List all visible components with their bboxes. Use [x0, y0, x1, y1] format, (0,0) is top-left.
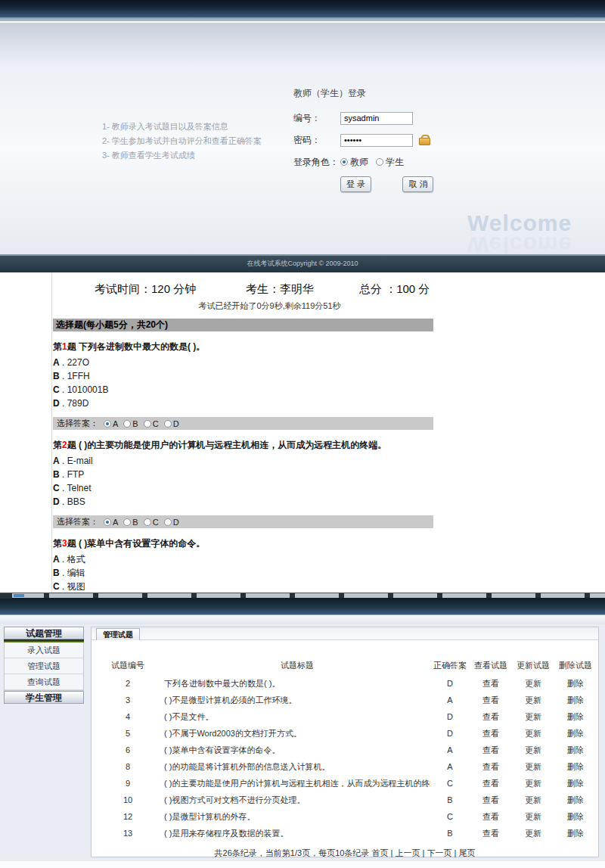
delete-link[interactable]: 删除 [554, 778, 597, 789]
exam-header: 考试时间：120 分钟 考生：李明华 总分 ：100 分 [53, 282, 433, 300]
cell-question-title: 下列各进制数中最大的数是( )。 [164, 678, 430, 689]
update-link[interactable]: 更新 [512, 778, 554, 789]
update-link[interactable]: 更新 [512, 728, 554, 739]
sidebar-item[interactable]: 录入试题 [5, 642, 83, 658]
update-link[interactable]: 更新 [512, 761, 554, 773]
cell-correct-answer: B [430, 795, 470, 804]
instruction-step: 1- 教师录入考试题目以及答案信息 [102, 120, 262, 134]
delete-link[interactable]: 删除 [554, 745, 597, 756]
delete-link[interactable]: 删除 [554, 828, 597, 839]
answer-radio-d[interactable] [164, 420, 172, 428]
question-number: 1 [62, 341, 67, 352]
update-link[interactable]: 更新 [512, 695, 554, 706]
view-link[interactable]: 查看 [470, 728, 512, 739]
answer-radio-a[interactable] [104, 518, 111, 526]
table-row: 5 ( )不属于Word2003的文档打开方式。 D 查看 更新 删除 [92, 725, 598, 742]
delete-link[interactable]: 删除 [554, 761, 597, 773]
cell-question-id: 8 [92, 762, 164, 771]
cancel-button[interactable]: 取 消 [402, 176, 433, 192]
cell-question-title: ( )视图方式可对文档不进行分页处理。 [164, 795, 430, 806]
tab-manage-questions[interactable]: 管理试题 [96, 628, 140, 640]
password-input[interactable] [340, 134, 413, 147]
cell-question-id: 5 [92, 729, 164, 738]
cell-question-id: 6 [92, 745, 164, 754]
question-text: ( )菜单中含有设置字体的命令。 [79, 538, 205, 549]
answer-radio-b[interactable] [123, 518, 131, 526]
pagination-link[interactable]: 尾页 [451, 848, 475, 857]
lock-icon [419, 135, 429, 145]
cell-question-id: 9 [92, 779, 164, 788]
delete-link[interactable]: 删除 [554, 695, 597, 706]
cell-question-title: ( )是微型计算机的外存。 [164, 811, 430, 823]
login-form: 教师（学生）登录 编号： 密码： 登录角色： 教师 学生 [293, 87, 467, 192]
answer-radio-c[interactable] [144, 518, 151, 526]
update-link[interactable]: 更新 [512, 745, 554, 756]
update-link[interactable]: 更新 [512, 828, 554, 839]
login-button[interactable]: 登 录 [340, 176, 371, 192]
answer-radio-d[interactable] [164, 518, 172, 526]
question-title: 第2题 ( )的主要功能是使用户的计算机与远程主机相连，从而成为远程主机的终端。 [53, 439, 433, 452]
option-c: C . 1010001B [53, 385, 433, 394]
role-teacher-option[interactable]: 教师 [340, 156, 368, 169]
cell-question-title: ( )菜单中含有设置字体的命令。 [164, 745, 430, 756]
table-row: 6 ( )菜单中含有设置字体的命令。 A 查看 更新 删除 [92, 742, 598, 758]
pagination-link[interactable]: 上一页 [388, 848, 420, 857]
update-link[interactable]: 更新 [512, 678, 554, 689]
cell-question-title: ( )的主要功能是使用户的计算机与远程主机相连，从而成为远程主机的终端。 [164, 778, 430, 789]
login-form-title: 教师（学生）登录 [293, 87, 467, 100]
update-link[interactable]: 更新 [512, 795, 554, 806]
radio-teacher[interactable] [340, 158, 348, 166]
pagination-link[interactable]: 首页 [371, 848, 388, 857]
answer-radio-b[interactable] [123, 420, 131, 428]
cell-question-id: 12 [92, 812, 164, 821]
instruction-step: 2- 学生参加考试并自动评分和查看正确答案 [102, 134, 262, 148]
delete-link[interactable]: 删除 [554, 678, 597, 689]
update-link[interactable]: 更新 [512, 711, 554, 723]
pagination-link[interactable]: 下一页 [420, 848, 451, 857]
view-link[interactable]: 查看 [470, 695, 512, 706]
col-header-title: 试题标题 [164, 660, 430, 671]
table-row: 12 ( )是微型计算机的外存。 C 查看 更新 删除 [92, 808, 598, 825]
sidebar-section-student-mgmt[interactable]: 学生管理 [4, 691, 84, 704]
cell-question-id: 13 [92, 829, 164, 838]
view-link[interactable]: 查看 [470, 761, 512, 773]
option-a: A . E-mail [53, 456, 433, 465]
option-b: B . 1FFH [53, 372, 433, 381]
delete-link[interactable]: 删除 [554, 795, 597, 806]
option-c: C . Telnet [53, 484, 433, 493]
col-header-id: 试题编号 [92, 660, 164, 671]
sidebar-section-question-mgmt[interactable]: 试题管理 [4, 627, 84, 639]
view-link[interactable]: 查看 [470, 778, 512, 789]
cell-correct-answer: D [430, 712, 470, 721]
view-link[interactable]: 查看 [470, 711, 512, 723]
view-link[interactable]: 查看 [470, 828, 512, 839]
col-header-delete: 删除试题 [554, 660, 597, 671]
login-page: 1- 教师录入考试题目以及答案信息 2- 学生参加考试并自动评分和查看正确答案 … [0, 0, 605, 272]
welcome-text-reflection: Welcome [467, 232, 572, 257]
view-link[interactable]: 查看 [470, 745, 512, 756]
answer-radio-c[interactable] [144, 420, 151, 428]
question-block: 第1题 下列各进制数中最大的数是( )。 A . 227O B . 1FFH C… [53, 341, 433, 430]
question-number: 3 [62, 538, 67, 549]
radio-student[interactable] [376, 158, 383, 166]
table-row: 3 ( )不是微型计算机必须的工作环境。 A 查看 更新 删除 [92, 692, 598, 708]
option-b: B . 编辑 [53, 568, 433, 577]
sidebar-item[interactable]: 查询试题 [5, 674, 83, 690]
delete-link[interactable]: 删除 [554, 728, 597, 739]
view-link[interactable]: 查看 [470, 811, 512, 823]
login-top-banner-edge [0, 19, 605, 21]
table-row: 10 ( )视图方式可对文档不进行分页处理。 B 查看 更新 删除 [92, 792, 598, 808]
cell-correct-answer: C [430, 812, 470, 821]
answer-radio-a[interactable] [104, 420, 111, 428]
sidebar-item[interactable]: 管理试题 [5, 658, 83, 674]
delete-link[interactable]: 删除 [554, 711, 597, 723]
role-student-option[interactable]: 学生 [376, 156, 404, 169]
update-link[interactable]: 更新 [512, 811, 554, 823]
view-link[interactable]: 查看 [470, 795, 512, 806]
id-input[interactable] [340, 112, 413, 125]
cell-correct-answer: D [430, 729, 470, 738]
view-link[interactable]: 查看 [470, 678, 512, 689]
delete-link[interactable]: 删除 [554, 811, 597, 823]
exam-section-title: 选择题(每小题5分，共20个) [53, 319, 433, 331]
table-row: 13 ( )是用来存储程序及数据的装置。 B 查看 更新 删除 [92, 825, 598, 842]
